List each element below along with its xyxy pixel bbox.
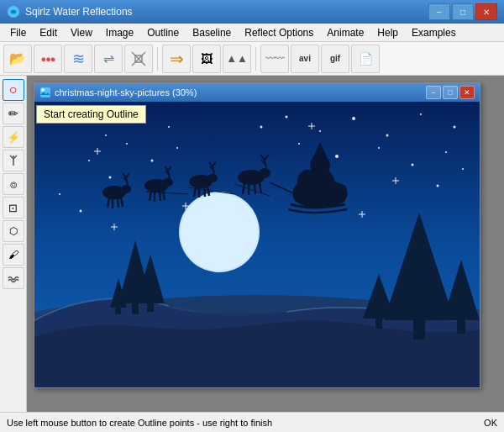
fork-tool[interactable] [3, 150, 24, 171]
menu-item-outline[interactable]: Outline [140, 24, 186, 41]
gif-button[interactable]: gif [321, 45, 349, 73]
menu-item-view[interactable]: View [64, 24, 99, 41]
svg-rect-68 [457, 319, 465, 334]
tooltip: Start creating Outline [36, 105, 146, 124]
menu-item-reflect-options[interactable]: Reflect Options [238, 24, 320, 41]
squiggly-button[interactable]: 〰〰 [260, 45, 289, 73]
lasso-icon: ⌾ [10, 177, 17, 191]
app-icon [7, 5, 20, 18]
folder-icon: 📂 [9, 50, 26, 66]
menu-item-baseline[interactable]: Baseline [186, 24, 238, 41]
svg-point-16 [168, 126, 170, 128]
svg-rect-61 [115, 306, 121, 314]
status-text: Use left mouse button to create Outline … [7, 418, 272, 428]
canvas-area: christmas-night-sky-pictures (30%) − □ ✕… [27, 76, 504, 412]
page-icon: 📄 [359, 52, 373, 66]
status-ok: OK [484, 418, 497, 428]
svg-point-33 [126, 143, 128, 145]
arrow-right-icon: ⇒ [170, 49, 184, 69]
waves-icon: ≋ [72, 50, 85, 68]
svg-point-18 [319, 130, 321, 132]
img-maximize-button[interactable]: □ [443, 86, 458, 99]
polygon-icon: ⬡ [9, 225, 18, 237]
svg-line-110 [255, 184, 255, 194]
svg-rect-71 [375, 317, 382, 329]
wave-tool[interactable] [3, 267, 24, 289]
title-controls: − □ ✕ [428, 3, 497, 20]
select-icon: ⊡ [8, 202, 18, 214]
wave-icon [7, 271, 20, 285]
img-minimize-button[interactable]: − [426, 86, 441, 99]
svg-point-20 [386, 134, 389, 137]
image-window-title-left: christmas-night-sky-pictures (30%) [39, 87, 197, 98]
svg-point-37 [462, 168, 464, 170]
ellipse-tool[interactable]: ○ [3, 79, 24, 101]
polygon-tool[interactable]: ⬡ [3, 220, 24, 242]
svg-point-34 [151, 160, 154, 162]
svg-point-73 [121, 185, 131, 193]
svg-line-80 [118, 198, 118, 208]
squiggly-icon: 〰〰 [265, 53, 284, 65]
svg-point-23 [445, 151, 447, 153]
svg-point-8 [41, 88, 45, 92]
flow-button[interactable]: ⇌ [94, 45, 123, 73]
svg-point-24 [412, 164, 414, 166]
waves-button[interactable]: ≋ [64, 45, 92, 73]
title-bar: Sqirlz Water Reflections − □ ✕ [0, 0, 504, 24]
menu-item-image[interactable]: Image [99, 24, 140, 41]
magic-wand-tool[interactable]: ⚡ [3, 126, 24, 148]
left-toolbar: ○ ✏ ⚡ ⌾ ⊡ ⬡ 🖌 [0, 76, 27, 412]
toolbar: 📂 ●●● ≋ ⇌ ⇒ 🖼 ▲▲ 〰〰 avi gif 📄 [0, 42, 504, 76]
triangle-icon: ▲▲ [226, 52, 248, 65]
svg-point-22 [454, 126, 456, 129]
paint-icon: 🖌 [8, 249, 18, 261]
svg-point-29 [88, 160, 90, 161]
menu-item-examples[interactable]: Examples [405, 24, 463, 41]
ellipse-icon: ○ [9, 83, 18, 97]
crosshatch-button[interactable] [124, 45, 153, 73]
svg-rect-56 [132, 302, 139, 314]
triangle-button[interactable]: ▲▲ [223, 45, 251, 73]
menu-item-animate[interactable]: Animate [320, 24, 370, 41]
svg-point-28 [260, 126, 263, 129]
svg-point-21 [420, 113, 422, 115]
svg-point-83 [163, 178, 173, 187]
minimize-button[interactable]: − [428, 3, 450, 20]
title-bar-left: Sqirlz Water Reflections [7, 5, 133, 18]
menu-item-help[interactable]: Help [370, 24, 405, 41]
svg-point-93 [207, 174, 218, 182]
image-window-title: christmas-night-sky-pictures (30%) [55, 87, 197, 97]
page-button[interactable]: 📄 [351, 45, 380, 73]
svg-point-26 [335, 155, 339, 158]
image-button[interactable]: 🖼 [192, 45, 221, 73]
maximize-button[interactable]: □ [452, 3, 474, 20]
dots-button[interactable]: ●●● [34, 45, 62, 73]
status-bar: Use left mouse button to create Outline … [0, 412, 504, 432]
image-window-controls: − □ ✕ [426, 86, 475, 99]
avi-button[interactable]: avi [291, 45, 319, 73]
flow-icon: ⇌ [103, 50, 114, 66]
dots-icon: ●●● [41, 54, 55, 64]
menu-item-file[interactable]: File [3, 24, 33, 41]
svg-rect-65 [413, 319, 425, 340]
separator-1 [157, 47, 158, 71]
magic-wand-icon: ⚡ [7, 131, 20, 144]
menu-item-edit[interactable]: Edit [33, 24, 64, 41]
paint-tool[interactable]: 🖌 [3, 244, 24, 266]
img-close-button[interactable]: ✕ [459, 86, 475, 99]
arrow-right-button[interactable]: ⇒ [162, 45, 191, 73]
image-window: christmas-night-sky-pictures (30%) − □ ✕… [34, 82, 480, 388]
separator-2 [255, 47, 256, 71]
gif-icon: gif [330, 54, 340, 63]
lasso-tool[interactable]: ⌾ [3, 173, 24, 195]
svg-rect-59 [147, 302, 154, 312]
svg-point-30 [109, 176, 112, 179]
open-button[interactable]: 📂 [3, 45, 32, 73]
svg-point-25 [378, 147, 380, 149]
menu-bar: FileEditViewImageOutlineBaselineReflect … [0, 24, 504, 42]
close-button[interactable]: ✕ [475, 3, 497, 20]
christmas-image [34, 102, 480, 387]
image-icon: 🖼 [201, 52, 213, 66]
select-tool[interactable]: ⊡ [3, 197, 24, 219]
pencil-tool[interactable]: ✏ [3, 103, 24, 124]
